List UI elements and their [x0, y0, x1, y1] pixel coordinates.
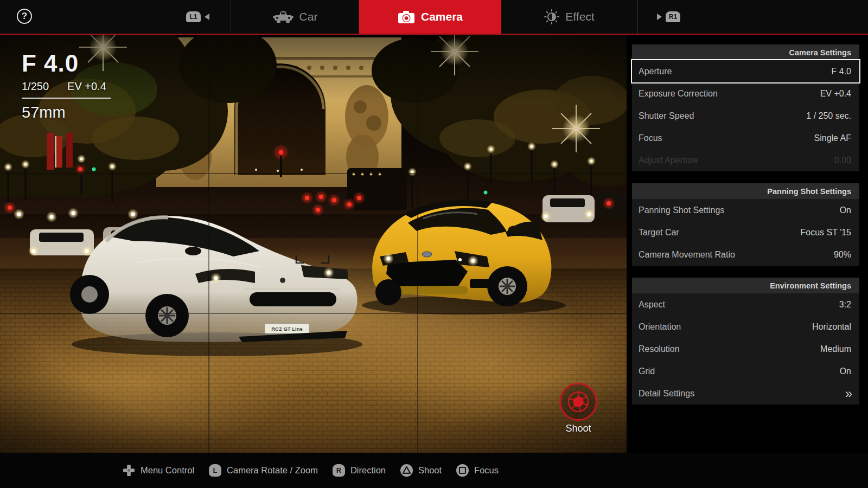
setting-row-target-car[interactable]: Target Car Focus ST '15	[632, 221, 859, 243]
car-icon	[273, 10, 293, 23]
square-button-icon	[456, 464, 469, 477]
setting-value: Focus ST '15	[801, 228, 851, 237]
panel-title: Panning Shot Settings	[632, 183, 859, 199]
shoot-button-label: Shoot	[546, 423, 611, 434]
setting-row-grid[interactable]: Grid On	[632, 360, 859, 382]
hint-label: Focus	[474, 465, 499, 476]
shutter-readout: 1/250	[22, 80, 49, 93]
tab-camera[interactable]: Camera	[359, 0, 501, 34]
hint-label: Camera Rotate / Zoom	[227, 465, 318, 476]
effect-brightness-icon	[544, 9, 559, 24]
setting-row-panning-shot[interactable]: Panning Shot Settings On	[632, 199, 859, 221]
tab-divider	[637, 0, 638, 34]
help-button[interactable]: ?	[17, 9, 32, 24]
left-stick-icon: L	[209, 464, 221, 477]
setting-label: Adjust Aperture	[639, 156, 698, 165]
detail-settings-chevron-icon: »	[845, 388, 851, 399]
setting-label: Aperture	[639, 67, 672, 76]
next-tab-arrow-icon	[657, 14, 662, 20]
setting-label: Resolution	[639, 344, 680, 354]
hint-shoot: Shoot	[400, 464, 442, 477]
setting-label: Grid	[639, 367, 655, 376]
setting-row-aperture[interactable]: Aperture F 4.0	[632, 60, 859, 82]
setting-row-shutter-speed[interactable]: Shutter Speed 1 / 250 sec.	[632, 105, 859, 127]
hint-direction: R Direction	[333, 464, 386, 477]
setting-row-orientation[interactable]: Orientation Horizontal	[632, 316, 859, 338]
focal-length-readout: 57mm	[22, 104, 111, 121]
setting-label: Exposure Correction	[639, 89, 718, 99]
setting-value: Single AF	[814, 133, 851, 143]
dpad-icon	[123, 464, 135, 477]
setting-row-adjust-aperture: Adjust Aperture 0.00	[632, 149, 859, 171]
setting-value: 3:2	[839, 300, 851, 310]
panel-title: Camera Settings	[632, 44, 859, 60]
setting-row-detail-settings[interactable]: Detail Settings »	[632, 382, 859, 404]
hint-label: Direction	[350, 465, 386, 476]
r1-bumper-button[interactable]: R1	[657, 0, 680, 34]
setting-label: Target Car	[639, 228, 679, 237]
setting-label: Shutter Speed	[639, 111, 694, 121]
hint-focus: Focus	[456, 464, 499, 477]
setting-label: Camera Movement Ratio	[639, 250, 735, 260]
prev-tab-arrow-icon	[205, 14, 209, 20]
panel-panning-shot-settings: Panning Shot Settings Panning Shot Setti…	[632, 183, 859, 266]
camera-icon	[398, 10, 415, 24]
shutter-aperture-icon	[567, 390, 590, 413]
triangle-button-icon	[400, 464, 413, 477]
settings-sidebar: Camera Settings Aperture F 4.0 Exposure …	[632, 44, 859, 416]
setting-label: Orientation	[639, 322, 681, 332]
exposure-readout: F 4.0 1/250 EV +0.4 57mm	[22, 52, 111, 121]
panel-environment-settings: Environment Settings Aspect 3:2 Orientat…	[632, 278, 859, 404]
setting-value: On	[840, 367, 851, 376]
setting-row-aspect[interactable]: Aspect 3:2	[632, 293, 859, 316]
setting-row-exposure-correction[interactable]: Exposure Correction EV +0.4	[632, 82, 859, 105]
setting-value: Medium	[820, 344, 851, 354]
r1-badge-icon: R1	[666, 11, 680, 22]
tab-car[interactable]: Car	[231, 0, 359, 34]
right-stick-icon: R	[333, 464, 345, 477]
tab-car-label: Car	[299, 10, 318, 23]
l1-badge-icon: L1	[186, 11, 201, 22]
setting-value: EV +0.4	[820, 89, 851, 99]
panel-title: Environment Settings	[632, 278, 859, 293]
tab-camera-label: Camera	[421, 10, 463, 23]
setting-label: Focus	[639, 133, 662, 143]
aperture-readout: F 4.0	[22, 52, 111, 75]
top-menu-bar: ? L1 Car Camera	[0, 0, 868, 34]
controller-hint-bar: Menu Control L Camera Rotate / Zoom R Di…	[0, 453, 868, 488]
tab-effect[interactable]: Effect	[501, 0, 637, 34]
shoot-button[interactable]	[559, 383, 597, 421]
panel-camera-settings: Camera Settings Aperture F 4.0 Exposure …	[632, 44, 859, 171]
tab-effect-label: Effect	[565, 10, 594, 23]
hint-label: Menu Control	[141, 465, 194, 476]
readout-divider	[22, 98, 111, 99]
hint-label: Shoot	[418, 465, 442, 476]
hint-camera-rotate-zoom: L Camera Rotate / Zoom	[209, 464, 318, 477]
setting-value: 0.00	[834, 156, 851, 165]
setting-row-focus[interactable]: Focus Single AF	[632, 127, 859, 149]
setting-label: Detail Settings	[639, 389, 694, 399]
setting-label: Aspect	[639, 300, 665, 310]
setting-value: 1 / 250 sec.	[806, 111, 851, 121]
shoot-button-group: Shoot	[558, 383, 599, 421]
l1-bumper-button[interactable]: L1	[186, 0, 209, 34]
setting-row-resolution[interactable]: Resolution Medium	[632, 338, 859, 360]
setting-row-camera-movement-ratio[interactable]: Camera Movement Ratio 90%	[632, 243, 859, 266]
setting-value: F 4.0	[832, 67, 851, 76]
help-question-icon: ?	[22, 11, 27, 22]
ev-readout: EV +0.4	[67, 80, 106, 93]
hint-menu-control: Menu Control	[123, 464, 194, 477]
setting-label: Panning Shot Settings	[639, 206, 724, 215]
photo-preview-viewport: RCZ GT Line F 4.0 1/	[0, 35, 627, 453]
setting-value: On	[840, 206, 851, 215]
setting-value: 90%	[834, 250, 851, 260]
setting-value: Horizontal	[812, 322, 851, 332]
